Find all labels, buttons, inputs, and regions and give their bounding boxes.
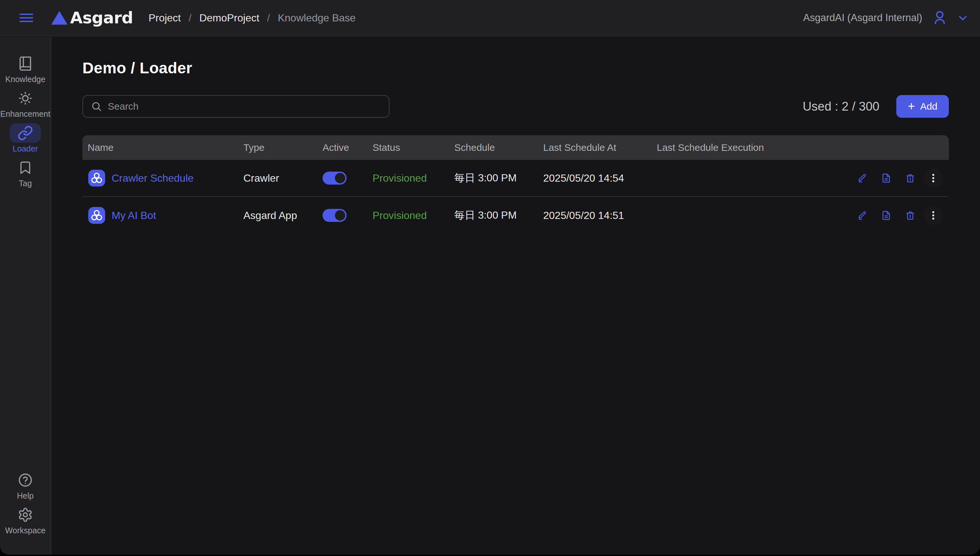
search-icon — [91, 101, 102, 112]
table-row: My AI Bot Asgard App Provisioned 毎日 3:00… — [82, 197, 949, 234]
column-header-last-schedule-execution: Last Schedule Execution — [657, 142, 854, 153]
column-header-last-schedule-at: Last Schedule At — [543, 142, 657, 153]
table-header: Name Type Active Status Schedule Last Sc… — [82, 135, 949, 160]
bookmark-icon — [18, 160, 33, 175]
row-status: Provisioned — [372, 210, 454, 221]
delete-icon[interactable] — [906, 210, 915, 220]
more-options-icon[interactable] — [923, 206, 943, 225]
row-type: Crawler — [243, 172, 323, 184]
plus-icon: + — [908, 100, 915, 112]
breadcrumb: Project / DemoProject / Knowledge Base — [149, 12, 356, 24]
sidebar-item-enhancement[interactable]: Enhancement — [0, 89, 50, 119]
edit-icon[interactable] — [857, 210, 867, 220]
row-name-link[interactable]: Crawler Schedule — [112, 172, 194, 184]
active-toggle[interactable] — [323, 171, 346, 184]
document-icon[interactable] — [881, 173, 891, 183]
sidebar-item-help[interactable]: Help — [10, 470, 41, 501]
chevron-down-icon[interactable] — [957, 12, 968, 23]
search-box — [82, 95, 390, 118]
breadcrumb-separator: / — [267, 12, 270, 24]
breadcrumb-project[interactable]: Project — [149, 12, 181, 24]
logo-triangle-icon — [51, 11, 68, 25]
row-schedule: 毎日 3:00 PM — [454, 208, 543, 223]
gear-icon — [18, 507, 33, 523]
active-toggle[interactable] — [323, 209, 346, 222]
breadcrumb-knowledge-base: Knowledge Base — [278, 12, 356, 24]
sidebar-item-knowledge[interactable]: Knowledge — [5, 54, 45, 84]
sun-icon — [18, 91, 33, 106]
edit-icon[interactable] — [857, 173, 867, 183]
row-last-schedule-at: 2025/05/20 14:54 — [543, 172, 657, 184]
top-bar: Asgard Project / DemoProject / Knowledge… — [0, 0, 980, 36]
breadcrumb-separator: / — [189, 12, 191, 24]
logo[interactable]: Asgard — [51, 8, 133, 27]
help-circle-icon — [18, 472, 33, 488]
delete-icon[interactable] — [906, 173, 915, 183]
loader-type-icon — [88, 170, 105, 186]
user-icon[interactable] — [932, 10, 948, 26]
account-label: AsgardAI (Asgard Internal) — [803, 12, 922, 24]
column-header-type: Type — [243, 142, 323, 153]
book-icon — [18, 56, 33, 71]
sidebar: Knowledge Enhancement Loader Tag Help Wo… — [0, 37, 51, 555]
app-window: Asgard Project / DemoProject / Knowledge… — [0, 0, 980, 555]
usage-label: Used : 2 / 300 — [802, 100, 880, 113]
add-button[interactable]: + Add — [896, 95, 949, 118]
search-input[interactable] — [108, 101, 381, 112]
row-type: Asgard App — [243, 210, 323, 221]
menu-icon[interactable] — [19, 14, 33, 23]
sidebar-item-workspace[interactable]: Workspace — [5, 505, 46, 535]
sidebar-item-loader[interactable]: Loader — [10, 123, 41, 154]
column-header-name: Name — [87, 142, 243, 153]
page-title: Demo / Loader — [82, 59, 949, 77]
loader-table: Name Type Active Status Schedule Last Sc… — [82, 135, 949, 234]
row-last-schedule-at: 2025/05/20 14:51 — [543, 210, 657, 221]
sidebar-item-tag[interactable]: Tag — [10, 158, 41, 188]
loader-type-icon — [88, 207, 105, 224]
table-row: Crawler Schedule Crawler Provisioned 毎日 … — [82, 160, 949, 197]
row-status: Provisioned — [372, 172, 454, 184]
column-header-schedule: Schedule — [454, 142, 543, 153]
row-name-link[interactable]: My AI Bot — [112, 210, 156, 221]
document-icon[interactable] — [881, 210, 891, 220]
breadcrumb-demoproject[interactable]: DemoProject — [199, 12, 259, 24]
column-header-status: Status — [372, 142, 454, 153]
logo-text: Asgard — [70, 8, 133, 27]
column-header-active: Active — [323, 142, 372, 153]
row-schedule: 毎日 3:00 PM — [454, 171, 543, 185]
more-options-icon[interactable] — [923, 168, 943, 188]
link-icon — [18, 125, 33, 141]
main-content: Demo / Loader Used : 2 / 300 + Add Name … — [52, 37, 980, 555]
